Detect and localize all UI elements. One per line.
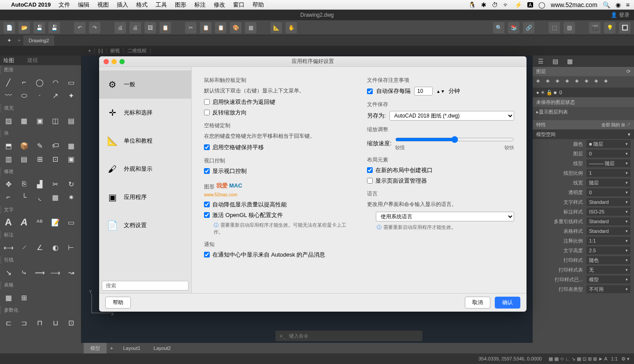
circle-tool[interactable]: ◯ <box>33 76 46 88</box>
line-tool[interactable]: ╱ <box>2 76 15 88</box>
wipeout-tool[interactable]: ▤ <box>64 114 78 127</box>
menu-tools[interactable]: 工具 <box>156 1 167 9</box>
layer-icon[interactable]: ◈ <box>546 78 554 86</box>
ok-button[interactable]: 确认 <box>495 297 520 309</box>
array-tool[interactable]: ▦ <box>49 191 62 203</box>
text-tool[interactable]: A <box>18 216 31 228</box>
menu-view[interactable]: 视图 <box>97 1 109 9</box>
fillet-tool[interactable]: ◟ <box>33 191 46 203</box>
command-line[interactable]: ≻_ 键入命令 <box>275 331 423 341</box>
tstyle-tool[interactable]: ⊞ <box>18 291 31 304</box>
dialog-titlebar[interactable]: 应用程序偏好设置 <box>99 56 526 67</box>
gear-icon[interactable]: ⚙ ▾ <box>621 356 630 362</box>
leader3[interactable]: ⟿ <box>33 266 46 279</box>
gradient-tool[interactable]: ▦ <box>18 114 31 127</box>
close-icon[interactable] <box>104 59 109 64</box>
tool5[interactable]: ▦ <box>64 140 78 152</box>
preview-button[interactable]: 🖼 <box>145 22 156 33</box>
linear-dim[interactable]: ⟷ <box>2 241 15 254</box>
save-button[interactable]: 💾 <box>33 22 45 33</box>
cb-space-pan[interactable]: 启用空格键保持平移 <box>204 143 351 151</box>
hatch-tool[interactable]: ▨ <box>2 114 15 127</box>
layer-icon[interactable]: ◈ <box>594 78 602 86</box>
prop-row[interactable]: 文字高度2.5 <box>533 246 634 255</box>
menu-help[interactable]: 帮助 <box>252 1 264 9</box>
prop-row[interactable]: 透明度0 <box>533 188 634 197</box>
style-tool[interactable]: 📝 <box>49 216 62 228</box>
help-icon[interactable]: ◯ <box>538 1 545 8</box>
ray-tool[interactable]: ↗ <box>49 89 62 102</box>
prop-row[interactable]: 线宽随层 <box>533 178 634 188</box>
battery-icon[interactable]: ⚡ <box>515 1 522 8</box>
sidebar-item-光标和选择[interactable]: ✛光标和选择 <box>99 99 191 127</box>
menu-edit[interactable]: 编辑 <box>78 1 89 9</box>
point-tool[interactable]: · <box>33 89 46 102</box>
prop-row[interactable]: 打印样式随色 <box>533 255 634 265</box>
prop-row[interactable]: 线型——— 随层 <box>533 158 634 168</box>
redo-button[interactable]: ↷ <box>89 22 100 33</box>
layer-icon[interactable]: ◈ <box>575 78 583 86</box>
leader-tool[interactable]: ↘ <box>2 266 15 279</box>
field-tool[interactable]: ▭ <box>64 216 78 228</box>
search-input[interactable] <box>102 281 189 290</box>
space-combo[interactable]: 模型空间▾ <box>533 129 634 139</box>
copy-tool[interactable]: ⎘ <box>18 178 31 190</box>
sidebar-item-文档设置[interactable]: 📄文档设置 <box>99 211 191 239</box>
section-block[interactable]: 块 <box>0 129 81 137</box>
prop-row[interactable]: 颜色■ 随层 <box>533 139 634 149</box>
prop-row[interactable]: 打印表类型不可用 <box>533 284 634 294</box>
mirror-tool[interactable]: ▟ <box>33 178 46 190</box>
p3[interactable]: ⊓ <box>33 316 46 329</box>
layer-icon[interactable]: ◈ <box>585 78 593 86</box>
search-icon[interactable]: 🔍 <box>603 1 610 8</box>
leader5[interactable]: ↝ <box>64 266 78 279</box>
block-button[interactable]: ▦ <box>245 22 256 33</box>
cut-button[interactable]: ✂ <box>185 22 197 33</box>
minimize-icon[interactable] <box>111 59 117 64</box>
publish-button[interactable]: 📋 <box>159 22 171 33</box>
section-fill[interactable]: 填充 <box>0 104 81 112</box>
section-param[interactable]: 参数化 <box>0 306 81 314</box>
print-button[interactable]: 🖨 <box>115 22 126 33</box>
sidebar-item-应用程序[interactable]: ▣应用程序 <box>99 183 191 211</box>
aligned-dim[interactable]: ⟋ <box>18 241 31 254</box>
props-tab-icon[interactable]: ▤ <box>552 58 558 65</box>
view-button[interactable]: 🔍 <box>493 22 504 33</box>
layers-tab-icon[interactable]: ☰ <box>538 58 544 65</box>
cancel-button[interactable]: 取消 <box>465 297 490 309</box>
paste-button[interactable]: 📋 <box>215 22 226 33</box>
keyboard-icon[interactable]: A <box>527 2 533 7</box>
render-button[interactable]: 🎬 <box>589 22 601 33</box>
pan-button[interactable]: ✋ <box>285 22 297 33</box>
layout1-tab[interactable]: Layout1 <box>116 343 147 353</box>
rect-tool[interactable]: ▭ <box>64 76 78 88</box>
trim-tool[interactable]: ⌐ <box>2 191 15 203</box>
layout2-tab[interactable]: Layout2 <box>147 343 178 353</box>
prop-row[interactable]: 多重引线样式Standard <box>533 217 634 226</box>
autosave-interval[interactable] <box>414 87 433 96</box>
layer-icon[interactable]: ◈ <box>565 78 573 86</box>
ord-dim[interactable]: ⊢ <box>64 241 78 254</box>
palette-button[interactable]: ▤ <box>564 22 575 33</box>
add-view[interactable]: + <box>88 48 95 53</box>
help-button[interactable]: 帮助 <box>105 297 131 309</box>
layer-button[interactable]: 📚 <box>508 22 519 33</box>
menu-window[interactable]: 窗口 <box>233 1 245 9</box>
tool9[interactable]: ⊡ <box>49 153 62 165</box>
section-modify[interactable]: 修改 <box>0 167 81 176</box>
p2[interactable]: ⊐ <box>18 316 31 329</box>
insert-tool[interactable]: ⬒ <box>2 140 15 152</box>
menu-format[interactable]: 格式 <box>136 1 148 9</box>
cb-create-viewport[interactable]: 在新的布局中创建视口 <box>367 166 514 174</box>
vp-view[interactable]: 俯视 <box>107 48 124 54</box>
language-select[interactable]: 使用系统语言 <box>376 212 514 221</box>
copy-button[interactable]: 📋 <box>200 22 211 33</box>
spell-tool[interactable]: ᴬᴮ <box>33 216 46 228</box>
section-dim[interactable]: 标注 <box>0 231 81 239</box>
rotate-tool[interactable]: ↻ <box>64 178 78 190</box>
status-icon[interactable]: ✱ <box>481 1 486 8</box>
p4[interactable]: ⊔ <box>49 316 62 329</box>
section-leader[interactable]: 引线 <box>0 256 81 264</box>
add-layout[interactable]: + <box>107 346 116 351</box>
menu-icon[interactable]: ≡ <box>626 1 630 8</box>
